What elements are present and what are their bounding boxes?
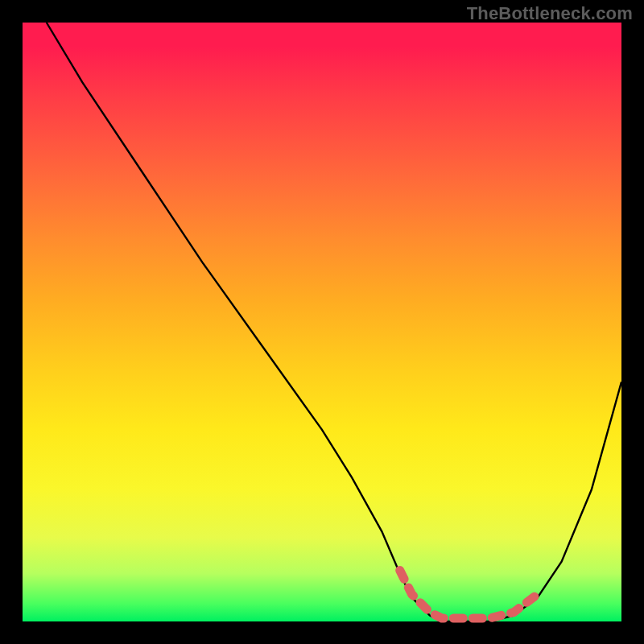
bottleneck-curve [47,23,621,621]
optimal-range-band [400,571,538,619]
watermark-text: TheBottleneck.com [467,3,633,24]
curve-layer [23,23,621,621]
plot-area [23,23,621,621]
chart-root: TheBottleneck.com [0,0,644,644]
